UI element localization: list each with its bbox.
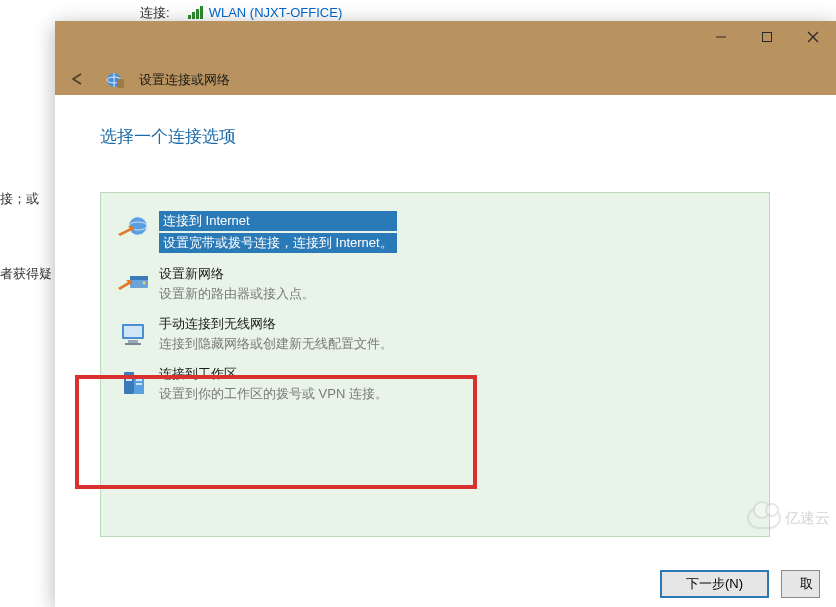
bg-text-fragment-1: 接；或 — [0, 190, 39, 208]
wizard-footer: 下一步(N) 取 — [55, 561, 836, 607]
wizard-heading: 选择一个连接选项 — [100, 125, 791, 148]
options-list: 连接到 Internet 设置宽带或拨号连接，连接到 Internet。 设置新… — [100, 192, 770, 537]
close-button[interactable] — [790, 21, 836, 53]
svg-rect-7 — [117, 79, 124, 88]
network-globe-icon — [105, 71, 125, 89]
server-tower-icon — [113, 365, 153, 401]
option-connect-workplace[interactable]: 连接到工作区 设置到你的工作区的拨号或 VPN 连接。 — [107, 359, 763, 409]
svg-rect-21 — [136, 379, 142, 381]
window-controls — [698, 21, 836, 65]
minimize-button[interactable] — [698, 21, 744, 53]
option-desc: 设置到你的工作区的拨号或 VPN 连接。 — [159, 385, 388, 403]
option-desc: 设置新的路由器或接入点。 — [159, 285, 315, 303]
svg-rect-14 — [124, 326, 142, 337]
option-desc: 设置宽带或拨号连接，连接到 Internet。 — [159, 233, 397, 253]
option-title: 连接到工作区 — [159, 365, 388, 383]
monitor-wifi-icon — [113, 315, 153, 351]
svg-rect-11 — [130, 276, 148, 280]
svg-rect-15 — [128, 340, 138, 343]
wifi-signal-icon — [188, 6, 203, 19]
svg-rect-19 — [126, 375, 132, 377]
option-title: 连接到 Internet — [159, 211, 397, 231]
option-setup-new-network[interactable]: 设置新网络 设置新的路由器或接入点。 — [107, 259, 763, 309]
globe-arrow-icon — [113, 211, 153, 247]
breadcrumb-bar: 设置连接或网络 — [55, 65, 836, 95]
svg-rect-16 — [125, 343, 141, 345]
option-connect-internet[interactable]: 连接到 Internet 设置宽带或拨号连接，连接到 Internet。 — [107, 205, 763, 259]
cancel-button[interactable]: 取 — [781, 570, 820, 598]
next-button[interactable]: 下一步(N) — [660, 570, 769, 598]
connection-label: 连接: — [140, 4, 170, 22]
router-arrow-icon — [113, 265, 153, 301]
breadcrumb-title: 设置连接或网络 — [139, 71, 230, 89]
option-title: 设置新网络 — [159, 265, 315, 283]
option-title: 手动连接到无线网络 — [159, 315, 393, 333]
svg-rect-1 — [763, 33, 772, 42]
svg-rect-22 — [136, 383, 142, 385]
connection-name[interactable]: WLAN (NJXT-OFFICE) — [209, 5, 343, 20]
option-manual-wireless[interactable]: 手动连接到无线网络 连接到隐藏网络或创建新无线配置文件。 — [107, 309, 763, 359]
titlebar — [55, 21, 836, 65]
maximize-button[interactable] — [744, 21, 790, 53]
option-desc: 连接到隐藏网络或创建新无线配置文件。 — [159, 335, 393, 353]
svg-rect-20 — [126, 379, 132, 381]
svg-point-12 — [143, 282, 146, 285]
wizard-window: 设置连接或网络 选择一个连接选项 连接到 Internet 设置宽带或拨号连接，… — [55, 21, 836, 607]
bg-text-fragment-2: 者获得疑 — [0, 265, 52, 283]
content-area: 选择一个连接选项 连接到 Internet 设置宽带或拨号连接，连接到 Inte… — [55, 95, 836, 537]
back-arrow-icon[interactable] — [65, 68, 91, 93]
